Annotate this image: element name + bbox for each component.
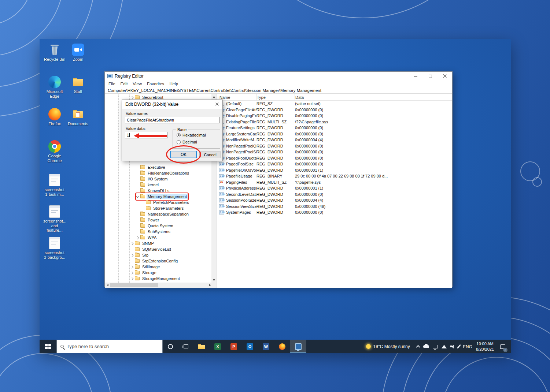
- value-row-default[interactable]: (Default)REG_SZ(value not set): [217, 101, 452, 107]
- taskbar-app-powerpoint[interactable]: P: [226, 340, 242, 353]
- tree-item-power[interactable]: Power: [105, 217, 211, 223]
- horizontal-scrollbar-thumb[interactable]: [110, 283, 158, 287]
- tree-collapse-arrow-icon[interactable]: [136, 195, 140, 198]
- value-row-pagingfiles[interactable]: PagingFilesREG_MULTI_SZ?:\pagefile.sys: [217, 179, 452, 186]
- desktop-icon-firefox[interactable]: Firefox: [43, 108, 66, 126]
- value-row-clearpagefileats[interactable]: ClearPageFileAtS...REG_DWORD0x00000000 (…: [217, 107, 452, 113]
- value-row-pagedpoolsize[interactable]: PagedPoolSizeREG_DWORD0x00000000 (0): [217, 161, 452, 167]
- value-name-field[interactable]: ClearPageFileAtShutdown: [125, 117, 219, 123]
- tree-expand-arrow-icon[interactable]: [130, 253, 134, 257]
- radio-hexadecimal[interactable]: Hexadecimal: [177, 133, 206, 137]
- tree-item-filerenameoperations[interactable]: FileRenameOperations: [105, 170, 211, 176]
- desktop-icon-stuff[interactable]: Stuff: [67, 76, 89, 94]
- value-row-pagefileonosvol[interactable]: PagefileOnOsVol...REG_DWORD0x00000001 (1…: [217, 167, 452, 173]
- tree-item-knowndlls[interactable]: KnownDLLs: [105, 188, 211, 194]
- desktop-icon-zoom[interactable]: Zoom: [67, 44, 89, 62]
- maximize-button[interactable]: [423, 72, 438, 81]
- value-row-largesystemcache[interactable]: LargeSystemCacheREG_DWORD0x00000000 (0): [217, 131, 452, 137]
- pen-icon[interactable]: [457, 344, 461, 349]
- tree-item-snmp[interactable]: SNMP: [105, 240, 211, 246]
- radio-decimal[interactable]: Decimal: [177, 140, 197, 144]
- taskbar-app-file-explorer[interactable]: [193, 340, 210, 353]
- task-view-button[interactable]: [178, 340, 193, 353]
- taskbar-app-firefox[interactable]: [274, 340, 290, 353]
- column-header-data[interactable]: Data: [295, 94, 452, 101]
- ok-button[interactable]: OK: [170, 151, 197, 158]
- value-row-existingpagefiles[interactable]: ExistingPageFilesREG_MULTI_SZ\??\C:\page…: [217, 119, 452, 125]
- menu-file[interactable]: File: [106, 82, 118, 86]
- value-row-featuresettings[interactable]: FeatureSettingsREG_DWORD0x00000000 (0): [217, 125, 452, 131]
- desktop-icon-microsoft-edge[interactable]: Microsoft Edge: [43, 76, 66, 98]
- value-row-sessionpoolsize[interactable]: SessionPoolSizeREG_DWORD0x00000004 (4): [217, 197, 452, 204]
- tree-item-namespaceseparation[interactable]: NamespaceSeparation: [105, 211, 211, 217]
- tree-expand-arrow-icon[interactable]: [136, 236, 140, 239]
- tree-item-storage[interactable]: Storage: [105, 270, 211, 276]
- tree-item-i-o-system[interactable]: I/O System: [105, 176, 211, 182]
- tray-chevron-up-icon[interactable]: [416, 345, 420, 349]
- desktop-icon-screenshot-3-backgro[interactable]: screenshot 3-backgro...: [43, 237, 66, 260]
- tree-item-sqmservicelist[interactable]: SQMServiceList: [105, 246, 211, 252]
- desktop-icon-recycle-bin[interactable]: Recycle Bin: [43, 44, 66, 62]
- scroll-left-button[interactable]: [105, 283, 110, 288]
- value-row-secondleveldata[interactable]: SecondLevelData...REG_DWORD0x00000000 (0…: [217, 191, 452, 198]
- column-header-type[interactable]: Type: [256, 94, 295, 101]
- scroll-down-button[interactable]: [211, 277, 217, 283]
- desktop-icon-screenshot-1-task-m[interactable]: screenshot 1-task m...: [43, 174, 66, 197]
- value-row-modifiedwritem[interactable]: ModifiedWriteM...REG_DWORD0x00000004 (4): [217, 137, 452, 143]
- weather-widget[interactable]: 19°C Mostly sunny: [363, 344, 413, 349]
- address-bar[interactable]: Computer\HKEY_LOCAL_MACHINE\SYSTEM\Curre…: [105, 87, 452, 94]
- clock[interactable]: 10:00 AM 8/20/2021: [476, 341, 494, 352]
- volume-icon[interactable]: [450, 344, 455, 349]
- cancel-button[interactable]: Cancel: [199, 152, 221, 158]
- menu-favorites[interactable]: Favorites: [144, 82, 167, 86]
- dialog-titlebar[interactable]: Edit DWORD (32-bit) Value: [122, 100, 222, 109]
- tree-item-executive[interactable]: Executive: [105, 164, 211, 170]
- tree-horizontal-scrollbar[interactable]: [105, 283, 211, 288]
- tree-item-srpextensionconfig[interactable]: SrpExtensionConfig: [105, 258, 211, 264]
- minimize-button[interactable]: [408, 72, 423, 81]
- tree-item-storeparameters[interactable]: StoreParameters: [105, 205, 211, 211]
- value-row-nonpagedpoolsi[interactable]: NonPagedPoolSi...REG_DWORD0x00000000 (0): [217, 149, 452, 155]
- taskbar-app-word[interactable]: W: [258, 340, 274, 353]
- tree-item-srp[interactable]: Srp: [105, 252, 211, 258]
- menu-edit[interactable]: Edit: [118, 82, 130, 86]
- tree-item-stillimage[interactable]: StillImage: [105, 264, 211, 270]
- tree-item-storagemanagement[interactable]: StorageManagement: [105, 276, 211, 281]
- network-icon[interactable]: [442, 345, 447, 348]
- tree-item-subsystems[interactable]: SubSystems: [105, 229, 211, 235]
- onedrive-cloud-icon[interactable]: [423, 345, 429, 348]
- dialog-close-button[interactable]: [211, 100, 222, 109]
- radio-button-icon[interactable]: [177, 133, 181, 137]
- tree-expand-arrow-icon[interactable]: [130, 271, 134, 275]
- scroll-right-button[interactable]: [206, 283, 211, 288]
- menu-view[interactable]: View: [130, 82, 144, 86]
- value-row-systempages[interactable]: SystemPagesREG_DWORD0x00000000 (0): [217, 209, 452, 216]
- value-data-field[interactable]: 1: [125, 132, 167, 138]
- taskbar-app-excel[interactable]: X: [210, 340, 226, 353]
- tree-item-quota-system[interactable]: Quota System: [105, 223, 211, 229]
- desktop-icon-google-chrome[interactable]: Google Chrome: [43, 140, 66, 163]
- value-row-sessionviewsize[interactable]: SessionViewSizeREG_DWORD0x00000030 (48): [217, 204, 452, 210]
- language-indicator[interactable]: ENG: [463, 344, 472, 349]
- value-row-pagedpoolquota[interactable]: PagedPoolQuotaREG_DWORD0x00000000 (0): [217, 155, 452, 161]
- tree-expand-arrow-icon[interactable]: [130, 277, 134, 280]
- tree-expand-arrow-icon[interactable]: [130, 242, 134, 245]
- value-row-physicaladdresse[interactable]: PhysicalAddressE...REG_DWORD0x00000001 (…: [217, 185, 452, 191]
- menu-help[interactable]: Help: [167, 82, 181, 86]
- value-row-nonpagedpoolq[interactable]: NonPagedPoolQ...REG_DWORD0x00000000 (0): [217, 143, 452, 149]
- tree-item-wpa[interactable]: WPA: [105, 235, 211, 240]
- close-button[interactable]: [438, 72, 452, 81]
- tree-item-memory-management[interactable]: Memory Management: [105, 194, 211, 199]
- action-center-button[interactable]: 2: [498, 340, 508, 353]
- radio-button-icon[interactable]: [177, 140, 181, 144]
- scroll-up-button[interactable]: [211, 94, 217, 99]
- desktop-icon-documents[interactable]: Documents: [67, 108, 89, 126]
- taskbar-search[interactable]: [56, 340, 163, 353]
- column-header-name[interactable]: Name: [219, 94, 256, 101]
- display-icon[interactable]: [433, 345, 438, 348]
- taskbar-app-registry-editor[interactable]: [290, 340, 306, 353]
- desktop-icon-screenshot-and-feature[interactable]: screenshot... and feature...: [43, 205, 66, 233]
- tree-expand-arrow-icon[interactable]: [130, 96, 134, 99]
- tree-item-kernel[interactable]: kernel: [105, 182, 211, 188]
- tree-expand-arrow-icon[interactable]: [130, 265, 134, 269]
